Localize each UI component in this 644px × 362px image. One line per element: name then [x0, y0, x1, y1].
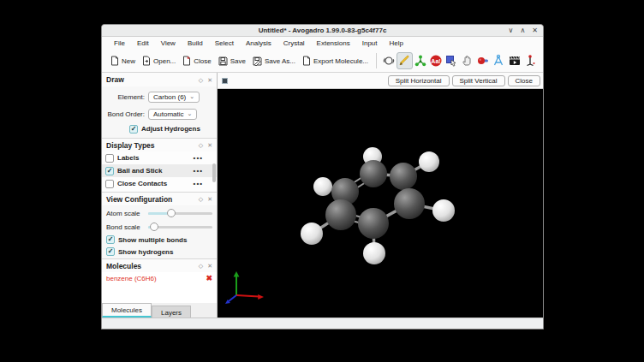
chevron-down-icon: ⌄: [188, 110, 193, 117]
float-panel-icon[interactable]: ◇: [199, 196, 203, 202]
bond-scale-slider[interactable]: [148, 223, 212, 231]
bond-scale-slider-handle[interactable]: [150, 223, 158, 231]
hand-icon: [461, 54, 474, 68]
active-view-indicator-icon: [222, 78, 228, 84]
tab-molecules[interactable]: Molecules: [102, 303, 152, 317]
draw-tool-button[interactable]: [397, 52, 412, 69]
viewport-toolbar: Split Horizontal Split Vertical Close: [218, 73, 543, 89]
menu-view[interactable]: View: [156, 38, 181, 49]
minimize-icon[interactable]: ∨: [509, 27, 514, 34]
new-button[interactable]: New: [107, 53, 139, 68]
menu-input[interactable]: Input: [357, 38, 383, 49]
show-multiple-bonds-checkbox[interactable]: [106, 235, 115, 244]
display-types-panel-title: Display Types: [106, 141, 199, 150]
save-button[interactable]: Save: [215, 54, 249, 68]
clapperboard-icon: [508, 54, 522, 68]
title-bar[interactable]: Untitled* - Avogadro 1.99.0-83-g5c4f77c …: [102, 25, 543, 37]
gl-canvas[interactable]: [218, 89, 543, 317]
menu-bar: File Edit View Build Select Analysis Cry…: [102, 37, 543, 50]
float-panel-icon[interactable]: ◇: [199, 77, 203, 83]
display-types-scrollbar[interactable]: [212, 163, 216, 182]
labels-settings-button[interactable]: •••: [194, 154, 203, 162]
adjust-hydrogens-checkbox[interactable]: [129, 125, 138, 134]
chevron-down-icon: ⌄: [189, 93, 194, 100]
close-contacts-checkbox[interactable]: [105, 180, 114, 188]
show-hydrogens-checkbox[interactable]: [106, 247, 115, 256]
toolbar-separator: [376, 53, 377, 68]
close-icon[interactable]: ✕: [532, 27, 538, 34]
close-panel-icon[interactable]: ✕: [207, 77, 212, 83]
svg-text:Aa!: Aa!: [431, 58, 440, 64]
axes-overlay-icon: [223, 268, 272, 309]
menu-file[interactable]: File: [109, 38, 130, 49]
menu-edit[interactable]: Edit: [132, 38, 154, 49]
dock-tab-bar: Molecules Layers: [102, 303, 217, 317]
menu-help[interactable]: Help: [385, 38, 408, 49]
float-panel-icon[interactable]: ◇: [199, 142, 203, 148]
manipulate-tool-button[interactable]: [460, 52, 475, 69]
display-type-row-close-contacts[interactable]: Close Contacts •••: [102, 177, 217, 190]
window-title: Untitled* - Avogadro 1.99.0-83-g5c4f77c: [102, 27, 543, 34]
save-as-button[interactable]: Save As...: [249, 54, 299, 68]
export-document-icon: [302, 56, 311, 66]
close-panel-icon[interactable]: ✕: [207, 263, 212, 269]
molecule-list-item[interactable]: benzene (C6H6) ✖: [102, 272, 217, 284]
hydrogen-atom[interactable]: [419, 151, 439, 172]
bond-order-dropdown[interactable]: Automatic ⌄: [148, 109, 197, 120]
delete-molecule-icon[interactable]: ✖: [206, 275, 212, 282]
close-view-button[interactable]: Close: [508, 75, 540, 86]
align-template-tool-button[interactable]: [491, 52, 506, 69]
export-molecule-button[interactable]: Export Molecule...: [299, 53, 372, 68]
carbon-atom[interactable]: [358, 208, 389, 239]
hydrogen-atom[interactable]: [301, 223, 323, 245]
label-icon: Aa!: [429, 54, 443, 68]
open-document-icon: [142, 56, 151, 66]
carbon-atom[interactable]: [394, 188, 425, 219]
template-molecule-tool-button[interactable]: [413, 52, 428, 69]
display-type-row-labels[interactable]: Labels •••: [102, 151, 217, 164]
hydrogen-atom[interactable]: [432, 199, 455, 222]
hydrogen-atom[interactable]: [363, 242, 385, 264]
selection-tool-button[interactable]: [444, 52, 459, 69]
close-file-button[interactable]: Close: [179, 53, 214, 68]
display-type-row-ball-and-stick[interactable]: Ball and Stick •••: [102, 164, 217, 177]
ball-and-stick-checkbox[interactable]: [105, 167, 114, 175]
carbon-atom[interactable]: [325, 199, 356, 230]
axes-tool-button[interactable]: [522, 52, 538, 69]
avogadro-window: Untitled* - Avogadro 1.99.0-83-g5c4f77c …: [101, 24, 544, 329]
close-contacts-settings-button[interactable]: •••: [194, 180, 203, 187]
element-dropdown[interactable]: Carbon (6) ⌄: [148, 92, 200, 103]
atom-scale-slider[interactable]: [148, 209, 212, 217]
axes-tool-icon: [523, 54, 537, 68]
compass-icon: [492, 54, 505, 68]
save-floppy-icon: [218, 56, 228, 66]
draw-panel-title: Draw: [106, 75, 199, 84]
show-hydrogens-row: Show hydrogens: [106, 246, 212, 258]
navigate-tool-button[interactable]: [381, 52, 397, 69]
bond-scale-label: Bond scale: [106, 223, 144, 231]
hydrogen-atom[interactable]: [313, 177, 332, 196]
carbon-atom[interactable]: [360, 160, 387, 187]
menu-select[interactable]: Select: [210, 38, 239, 49]
menu-crystal[interactable]: Crystal: [278, 38, 310, 49]
close-panel-icon[interactable]: ✕: [207, 142, 212, 148]
close-document-icon: [182, 56, 191, 66]
ball-and-stick-settings-button[interactable]: •••: [194, 167, 203, 175]
measure-tool-button[interactable]: [475, 52, 491, 69]
close-panel-icon[interactable]: ✕: [207, 196, 212, 202]
labels-checkbox[interactable]: [105, 154, 114, 163]
menu-analysis[interactable]: Analysis: [241, 38, 277, 49]
menu-extensions[interactable]: Extensions: [312, 38, 355, 49]
menu-build[interactable]: Build: [182, 38, 208, 49]
split-vertical-button[interactable]: Split Vertical: [452, 75, 505, 86]
split-horizontal-button[interactable]: Split Horizontal: [388, 75, 450, 86]
maximize-icon[interactable]: ∧: [520, 27, 525, 34]
animation-tool-button[interactable]: [506, 52, 522, 69]
open-button[interactable]: Open...: [139, 53, 179, 68]
float-panel-icon[interactable]: ◇: [199, 263, 203, 269]
atom-scale-label: Atom scale: [106, 210, 144, 217]
atom-scale-slider-handle[interactable]: [167, 209, 176, 217]
tab-layers[interactable]: Layers: [152, 306, 191, 317]
label-tool-button[interactable]: Aa!: [428, 52, 444, 69]
carbon-atom[interactable]: [390, 163, 417, 190]
